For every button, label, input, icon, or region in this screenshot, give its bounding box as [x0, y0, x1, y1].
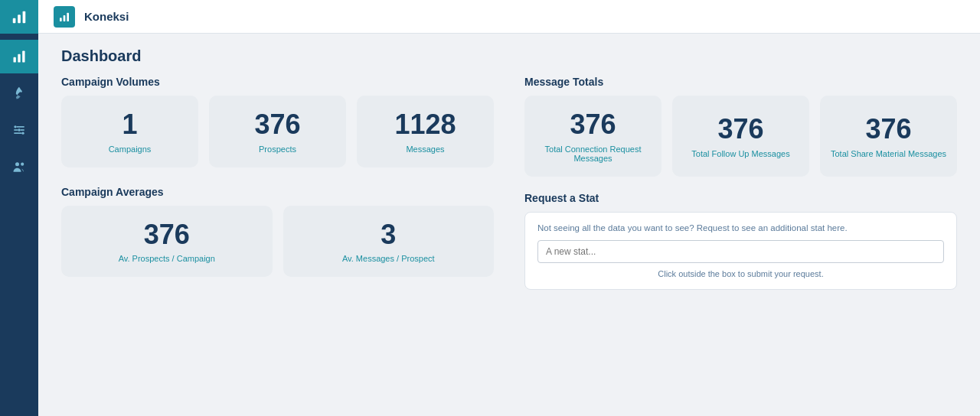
right-column: Message Totals 376 Total Connection Requ… — [524, 76, 957, 290]
request-stat-input[interactable] — [537, 240, 944, 263]
svg-rect-18 — [67, 12, 69, 21]
svg-rect-0 — [13, 18, 16, 23]
sidebar-item-campaigns[interactable] — [0, 76, 38, 110]
request-stat-description: Not seeing all the data you want to see?… — [537, 223, 944, 232]
filter-icon — [11, 122, 27, 138]
svg-point-15 — [21, 163, 24, 166]
topbar-logo-icon — [58, 11, 70, 23]
svg-rect-17 — [64, 15, 66, 21]
share-material-label: Total Share Material Messages — [831, 149, 946, 158]
svg-rect-3 — [14, 57, 16, 63]
av-messages-number: 3 — [381, 219, 396, 250]
follow-up-label: Total Follow Up Messages — [691, 149, 789, 158]
svg-rect-2 — [23, 11, 26, 24]
message-totals-title: Message Totals — [524, 76, 957, 88]
rocket-icon — [11, 86, 27, 101]
prospects-label: Prospects — [259, 145, 296, 154]
av-prospects-number: 376 — [144, 219, 190, 250]
campaigns-number: 1 — [122, 109, 137, 140]
svg-point-6 — [20, 90, 22, 93]
campaign-volumes-section: Campaign Volumes 1 Campaigns 376 Prospec… — [61, 76, 494, 167]
connection-request-label: Total Connection Request Messages — [535, 145, 651, 163]
campaign-volumes-cards: 1 Campaigns 376 Prospects 1128 Messages — [61, 96, 494, 167]
campaigns-label: Campaigns — [109, 145, 152, 154]
content-area: Dashboard Campaign Volumes 1 Campaigns 3… — [38, 34, 980, 416]
contacts-icon — [11, 159, 27, 174]
topbar-logo — [54, 6, 75, 28]
connection-request-card: 376 Total Connection Request Messages — [524, 96, 662, 177]
share-material-card: 376 Total Share Material Messages — [820, 96, 957, 177]
campaign-volumes-title: Campaign Volumes — [61, 76, 494, 88]
messages-card: 1128 Messages — [357, 96, 494, 167]
campaign-averages-cards: 376 Av. Prospects / Campaign 3 Av. Messa… — [61, 206, 494, 278]
campaign-averages-title: Campaign Averages — [61, 186, 494, 198]
request-stat-section: Request a Stat Not seeing all the data y… — [524, 192, 957, 290]
request-stat-box: Not seeing all the data you want to see?… — [524, 212, 957, 290]
request-stat-title: Request a Stat — [524, 192, 957, 204]
svg-point-7 — [14, 125, 16, 128]
svg-rect-4 — [18, 54, 20, 63]
av-prospects-card: 376 Av. Prospects / Campaign — [61, 206, 273, 278]
campaigns-card: 1 Campaigns — [61, 96, 198, 167]
sidebar — [0, 0, 38, 416]
sidebar-nav — [0, 34, 38, 184]
av-messages-label: Av. Messages / Prospect — [342, 254, 435, 263]
svg-rect-1 — [18, 15, 21, 23]
svg-rect-16 — [60, 18, 62, 21]
message-totals-section: Message Totals 376 Total Connection Requ… — [524, 76, 957, 177]
app-name: Koneksi — [84, 10, 129, 23]
svg-point-9 — [21, 132, 24, 135]
campaign-averages-section: Campaign Averages 376 Av. Prospects / Ca… — [61, 186, 494, 278]
message-totals-cards: 376 Total Connection Request Messages 37… — [524, 96, 957, 177]
sidebar-item-contacts[interactable] — [0, 150, 38, 184]
page-title: Dashboard — [61, 34, 957, 76]
request-stat-hint: Click outside the box to submit your req… — [537, 269, 944, 278]
follow-up-card: 376 Total Follow Up Messages — [672, 96, 809, 177]
dashboard-icon — [11, 49, 27, 64]
messages-number: 1128 — [394, 109, 456, 140]
share-material-number: 376 — [865, 114, 911, 145]
topbar: Koneksi — [38, 0, 980, 34]
svg-point-8 — [18, 128, 20, 131]
follow-up-number: 376 — [717, 114, 763, 145]
svg-point-14 — [15, 162, 19, 166]
messages-label: Messages — [406, 145, 444, 154]
connection-request-number: 376 — [570, 109, 616, 140]
prospects-number: 376 — [254, 109, 300, 140]
av-prospects-label: Av. Prospects / Campaign — [119, 254, 215, 263]
sidebar-logo — [0, 0, 38, 34]
prospects-card: 376 Prospects — [209, 96, 346, 167]
dashboard-body: Campaign Volumes 1 Campaigns 376 Prospec… — [61, 76, 957, 290]
logo-icon — [11, 8, 28, 25]
sidebar-item-dashboard[interactable] — [0, 40, 38, 73]
av-messages-card: 3 Av. Messages / Prospect — [283, 206, 495, 278]
svg-rect-5 — [22, 51, 24, 63]
left-column: Campaign Volumes 1 Campaigns 376 Prospec… — [61, 76, 494, 290]
main-area: Koneksi Dashboard Campaign Volumes 1 Cam… — [38, 0, 980, 416]
sidebar-item-filters[interactable] — [0, 113, 38, 147]
